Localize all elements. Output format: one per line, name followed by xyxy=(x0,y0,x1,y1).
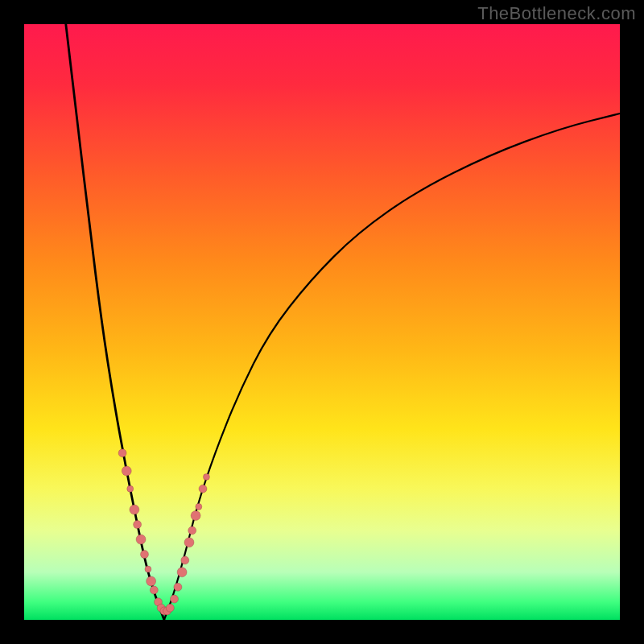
sample-point xyxy=(147,576,156,586)
sample-point xyxy=(170,595,178,603)
sample-point xyxy=(174,583,182,591)
sample-point xyxy=(150,586,158,594)
sample-point xyxy=(203,473,209,480)
plot-area xyxy=(24,24,620,620)
sample-point xyxy=(130,505,139,514)
sample-point xyxy=(191,511,200,521)
right-curve xyxy=(164,114,620,620)
sample-point xyxy=(136,535,146,544)
sample-point xyxy=(118,449,126,457)
sample-point xyxy=(184,538,194,547)
sample-point xyxy=(134,521,142,529)
sample-point xyxy=(127,485,134,492)
sample-point xyxy=(140,551,148,559)
markers-group xyxy=(118,449,209,615)
sample-point xyxy=(122,466,131,476)
sample-point xyxy=(177,568,187,577)
curves-svg xyxy=(24,24,620,620)
sample-point xyxy=(181,556,189,564)
left-curve xyxy=(66,24,164,620)
sample-point xyxy=(196,503,202,510)
watermark-text: TheBottleneck.com xyxy=(477,3,636,24)
sample-point xyxy=(188,526,196,535)
sample-point xyxy=(145,566,151,572)
sample-point xyxy=(199,485,207,493)
sample-point xyxy=(166,604,174,612)
chart-frame: TheBottleneck.com xyxy=(0,0,644,644)
